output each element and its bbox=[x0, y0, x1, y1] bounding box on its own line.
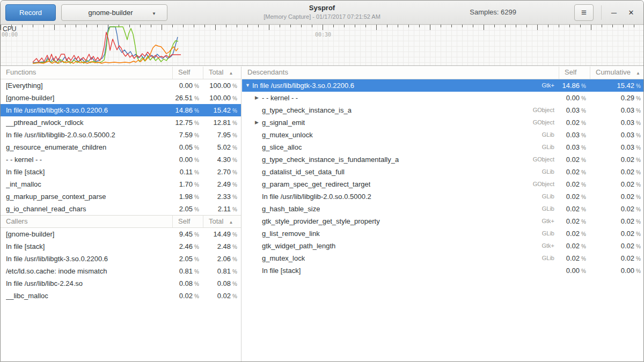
table-row[interactable]: [gnome-builder] 9.45% 14.49% bbox=[1, 228, 241, 240]
cumulative-percent: 0.02% bbox=[590, 178, 644, 190]
descendants-row[interactable]: g_mutex_lock GLib 0.02% 0.02% bbox=[242, 252, 644, 264]
expander-icon[interactable]: ▶ bbox=[255, 116, 262, 129]
function-name: g_slice_alloc bbox=[262, 141, 302, 153]
descendants-row[interactable]: gtk_style_provider_get_style_property Gt… bbox=[242, 215, 644, 227]
percent-sign: % bbox=[636, 194, 641, 200]
function-name: g_mutex_unlock bbox=[262, 129, 313, 141]
total-percent: 100.00% bbox=[203, 92, 241, 104]
total-percent: 0.08% bbox=[203, 277, 241, 290]
column-header-self[interactable]: Self bbox=[559, 67, 590, 79]
self-percent: 0.03% bbox=[559, 141, 590, 153]
function-name: g_type_check_instance_is_fundamentally_a bbox=[262, 153, 399, 166]
descendants-row[interactable]: ▼ In file /usr/lib/libgtk-3.so.0.2200.6 … bbox=[242, 79, 644, 92]
column-header-descendants[interactable]: Descendants bbox=[242, 67, 559, 79]
process-selector-dropdown[interactable]: gnome-builder ▼ bbox=[61, 4, 167, 21]
minimize-button[interactable]: ─ bbox=[605, 1, 623, 25]
percent-sign: % bbox=[194, 95, 199, 101]
percent-sign: % bbox=[581, 268, 586, 274]
table-row[interactable]: In file /usr/lib/libglib-2.0.so.0.5000.2… bbox=[1, 129, 241, 141]
table-row[interactable]: _int_malloc 1.70% 2.49% bbox=[1, 178, 241, 190]
function-name: In file /usr/lib/libgtk-3.so.0.2200.6 bbox=[6, 104, 108, 116]
self-percent: 0.11% bbox=[172, 166, 203, 178]
table-row[interactable]: g_io_channel_read_chars 2.05% 2.11% bbox=[1, 203, 241, 215]
descendants-row[interactable]: g_type_check_instance_is_fundamentally_a… bbox=[242, 153, 644, 166]
table-row[interactable]: g_markup_parse_context_parse 1.98% 2.33% bbox=[1, 190, 241, 203]
library-badge: GLib bbox=[542, 227, 559, 240]
cumulative-percent: 0.29% bbox=[590, 92, 644, 104]
sort-ascending-icon: ▲ bbox=[229, 220, 233, 225]
table-row[interactable]: g_resource_enumerate_children 0.05% 5.02… bbox=[1, 141, 241, 153]
expander-icon[interactable]: ▶ bbox=[255, 92, 262, 104]
column-header-self[interactable]: Self bbox=[172, 67, 203, 79]
table-row[interactable]: In file [stack] 2.46% 2.48% bbox=[1, 240, 241, 253]
column-header-callers[interactable]: Callers bbox=[1, 216, 172, 227]
descendants-row[interactable]: g_list_remove_link GLib 0.02% 0.02% bbox=[242, 227, 644, 240]
total-percent: 5.02% bbox=[203, 141, 241, 153]
descendants-row[interactable]: ▶ - - kernel - - 0.00% 0.29% bbox=[242, 92, 644, 104]
percent-sign: % bbox=[194, 244, 199, 250]
menu-button[interactable]: ≡ bbox=[574, 4, 594, 21]
column-header-total[interactable]: Total▲ bbox=[203, 67, 241, 79]
table-row[interactable]: In file [stack] 0.11% 2.70% bbox=[1, 166, 241, 178]
column-header-functions[interactable]: Functions bbox=[1, 67, 172, 79]
percent-sign: % bbox=[194, 293, 199, 299]
close-button[interactable]: ✕ bbox=[622, 1, 640, 25]
table-row[interactable]: In file /usr/lib/libc-2.24.so 0.08% 0.08… bbox=[1, 277, 241, 290]
percent-sign: % bbox=[232, 232, 237, 238]
table-row[interactable]: In file /usr/lib/libgtk-3.so.0.2200.6 14… bbox=[1, 104, 241, 116]
descendants-row[interactable]: gtk_widget_path_length Gtk+ 0.02% 0.02% bbox=[242, 240, 644, 252]
percent-sign: % bbox=[194, 281, 199, 287]
table-row[interactable]: In file /usr/lib/libgtk-3.so.0.2200.6 2.… bbox=[1, 253, 241, 265]
percent-sign: % bbox=[232, 206, 237, 212]
table-row[interactable]: __libc_malloc 0.02% 0.02% bbox=[1, 290, 241, 302]
function-name: g_param_spec_get_redirect_target bbox=[262, 178, 370, 190]
expander-icon[interactable]: ▼ bbox=[245, 79, 252, 92]
table-row[interactable]: [Everything] 0.00% 100.00% bbox=[1, 79, 241, 92]
percent-sign: % bbox=[636, 268, 641, 274]
table-row[interactable]: - - kernel - - 0.00% 4.30% bbox=[1, 153, 241, 166]
cumulative-percent: 0.02% bbox=[590, 252, 644, 264]
descendants-row[interactable]: In file /usr/lib/libglib-2.0.so.0.5000.2… bbox=[242, 190, 644, 203]
percent-sign: % bbox=[581, 157, 586, 163]
function-name: __libc_malloc bbox=[6, 290, 48, 302]
library-badge: GLib bbox=[542, 141, 559, 153]
cumulative-percent: 0.03% bbox=[590, 141, 644, 153]
descendants-row[interactable]: ▶ g_signal_emit GObject 0.02% 0.03% bbox=[242, 116, 644, 129]
percent-sign: % bbox=[194, 206, 199, 212]
column-header-total[interactable]: Total▲ bbox=[203, 216, 241, 227]
total-percent: 7.95% bbox=[203, 129, 241, 141]
cumulative-percent: 0.02% bbox=[590, 190, 644, 203]
profile-panes: Functions Self Total▲ [Everything] 0.00%… bbox=[1, 67, 644, 362]
percent-sign: % bbox=[581, 169, 586, 175]
self-percent: 2.05% bbox=[172, 253, 203, 265]
descendants-row[interactable]: In file [stack] 0.00% 0.00% bbox=[242, 264, 644, 277]
self-percent: 0.02% bbox=[559, 240, 590, 252]
function-name: gtk_style_provider_get_style_property bbox=[262, 215, 380, 227]
percent-sign: % bbox=[194, 194, 199, 200]
total-percent: 2.11% bbox=[203, 203, 241, 215]
function-name: In file [stack] bbox=[6, 240, 45, 253]
total-percent: 2.06% bbox=[203, 253, 241, 265]
process-selector-value: gnome-builder bbox=[88, 9, 133, 17]
descendants-row[interactable]: g_param_spec_get_redirect_target GObject… bbox=[242, 178, 644, 190]
function-name: gtk_widget_path_length bbox=[262, 240, 335, 252]
function-name: g_signal_emit bbox=[262, 116, 305, 129]
descendants-row[interactable]: g_hash_table_size GLib 0.02% 0.02% bbox=[242, 203, 644, 215]
descendants-row[interactable]: g_type_check_instance_is_a GObject 0.03%… bbox=[242, 104, 644, 116]
total-percent: 12.81% bbox=[203, 116, 241, 129]
column-header-cumulative[interactable]: Cumulative▲ bbox=[590, 67, 644, 79]
table-row[interactable]: [gnome-builder] 26.51% 100.00% bbox=[1, 92, 241, 104]
column-header-self[interactable]: Self bbox=[172, 216, 203, 227]
descendants-row[interactable]: g_datalist_id_set_data_full GLib 0.02% 0… bbox=[242, 166, 644, 178]
percent-sign: % bbox=[636, 182, 641, 188]
table-row[interactable]: /etc/ld.so.cache: inode mismatch 0.81% 0… bbox=[1, 265, 241, 277]
function-name: In file /usr/lib/libglib-2.0.so.0.5000.2 bbox=[6, 129, 115, 141]
descendants-row[interactable]: g_mutex_unlock GLib 0.03% 0.03% bbox=[242, 129, 644, 141]
cumulative-percent: 15.42% bbox=[590, 79, 644, 92]
descendants-row[interactable]: g_slice_alloc GLib 0.03% 0.03% bbox=[242, 141, 644, 153]
total-percent: 2.33% bbox=[203, 190, 241, 203]
function-name: g_resource_enumerate_children bbox=[6, 141, 106, 153]
table-row[interactable]: __pthread_rwlock_rdlock 12.75% 12.81% bbox=[1, 116, 241, 129]
cpu-usage-chart[interactable]: CPU 00:00 00:30 bbox=[1, 25, 644, 66]
record-button[interactable]: Record bbox=[5, 4, 56, 21]
